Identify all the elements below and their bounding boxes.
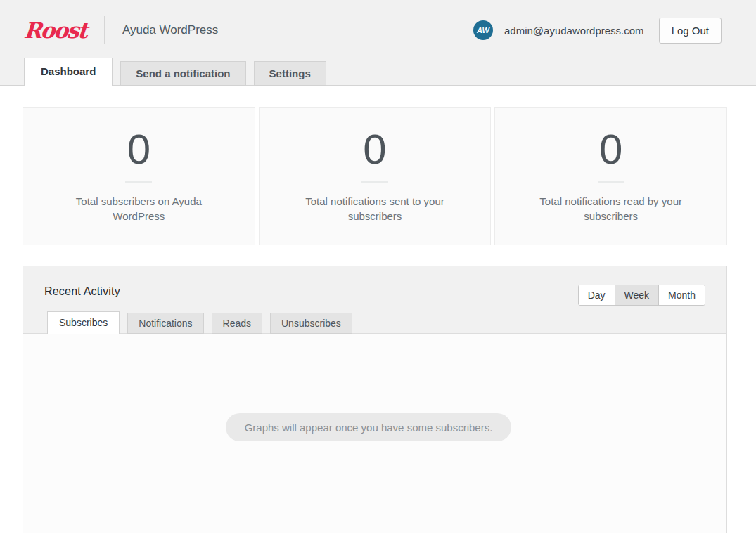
stat-label: Total notifications sent to your subscri… (287, 195, 463, 223)
account-email: admin@ayudawordpress.com (504, 25, 644, 37)
stats-row: 0 Total subscribers on Ayuda WordPress 0… (23, 107, 727, 245)
site-favicon-icon: AW (473, 20, 493, 40)
range-toggle: Day Week Month (578, 285, 705, 306)
recent-activity-header: Recent Activity Day Week Month Subscribe… (23, 266, 726, 334)
stat-divider (361, 181, 388, 183)
range-week-button[interactable]: Week (615, 285, 659, 305)
dashboard-content: 0 Total subscribers on Ayuda WordPress 0… (23, 107, 727, 533)
main-tabs: Dashboard Send a notification Settings (24, 58, 334, 86)
tab-notifications[interactable]: Notifications (127, 313, 203, 334)
tab-subscribes[interactable]: Subscribes (47, 311, 120, 334)
log-out-button[interactable]: Log Out (659, 18, 722, 44)
tab-settings[interactable]: Settings (254, 61, 326, 86)
roost-logo[interactable]: Roost (23, 20, 87, 41)
stat-value: 0 (363, 129, 386, 171)
top-bar: Roost Ayuda WordPress AW admin@ayudaword… (0, 0, 756, 86)
stat-value: 0 (127, 129, 150, 171)
range-month-button[interactable]: Month (658, 285, 705, 305)
tab-unsubscribes[interactable]: Unsubscribes (270, 313, 352, 334)
tab-dashboard[interactable]: Dashboard (24, 58, 113, 86)
tab-reads[interactable]: Reads (212, 313, 262, 334)
activity-chart-area: Graphs will appear once you have some su… (23, 334, 726, 533)
activity-sub-tabs: Subscribes Notifications Reads Unsubscri… (47, 311, 360, 334)
account-area: AW admin@ayudawordpress.com Log Out (473, 18, 722, 44)
range-day-button[interactable]: Day (579, 285, 615, 305)
brand-divider (104, 16, 105, 44)
brand-row: Roost Ayuda WordPress AW admin@ayudaword… (0, 0, 756, 60)
recent-activity-title: Recent Activity (44, 285, 120, 298)
stat-value: 0 (599, 129, 622, 171)
stat-divider (125, 181, 152, 183)
stat-card-notifications-read: 0 Total notifications read by your subsc… (494, 107, 727, 245)
recent-activity-panel: Recent Activity Day Week Month Subscribe… (23, 266, 727, 533)
site-name: Ayuda WordPress (122, 23, 218, 37)
tab-send-notification[interactable]: Send a notification (120, 61, 245, 86)
stat-divider (598, 181, 624, 183)
stat-card-notifications-sent: 0 Total notifications sent to your subsc… (259, 107, 492, 245)
stat-card-subscribers: 0 Total subscribers on Ayuda WordPress (23, 107, 255, 245)
empty-state-message: Graphs will appear once you have some su… (226, 413, 512, 441)
stat-label: Total subscribers on Ayuda WordPress (51, 195, 226, 223)
stat-label: Total notifications read by your subscri… (523, 195, 699, 223)
